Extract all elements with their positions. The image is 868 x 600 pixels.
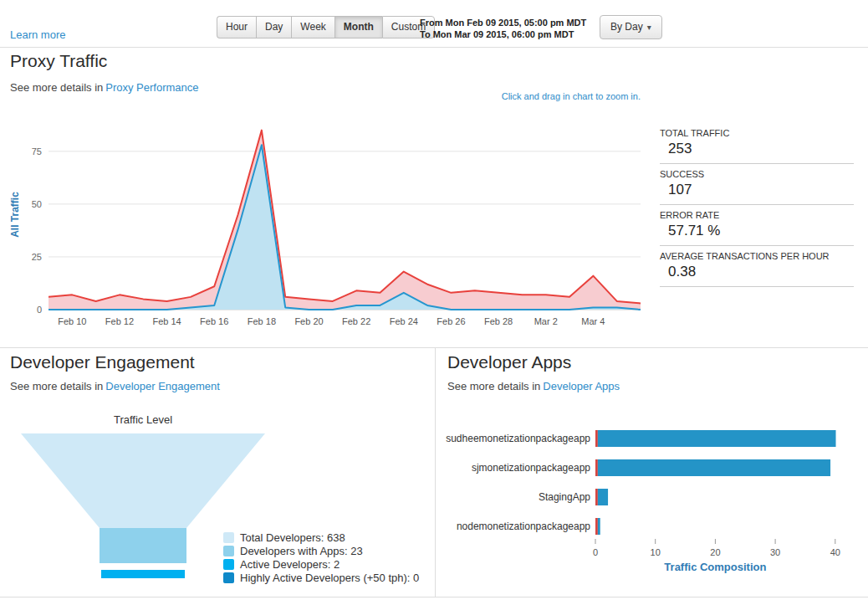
developer-apps-title: Developer Apps <box>447 352 571 372</box>
proxy-traffic-subtitle: See more details inProxy Performance <box>10 81 199 94</box>
caret-down-icon: ▾ <box>647 23 651 32</box>
stat-value: 57.71 % <box>660 223 854 239</box>
stat-total-traffic: TOTAL TRAFFIC 253 <box>660 128 854 164</box>
svg-text:50: 50 <box>32 199 42 209</box>
svg-text:Feb 16: Feb 16 <box>200 316 228 326</box>
developer-engagement-title: Developer Engagement <box>10 352 195 372</box>
funnel-segment-active-developers <box>101 570 185 578</box>
subtitle-prefix: See more details in <box>10 380 103 392</box>
svg-text:sudheemonetizationpackageapp: sudheemonetizationpackageapp <box>446 433 590 444</box>
developer-apps-chart: sudheemonetizationpackageappsjmonetizati… <box>445 413 863 581</box>
svg-text:40: 40 <box>830 547 840 557</box>
stat-label: ERROR RATE <box>660 210 854 220</box>
stat-success: SUCCESS 107 <box>660 169 854 205</box>
stat-value: 0.38 <box>660 264 854 280</box>
range-button-day[interactable]: Day <box>256 16 291 38</box>
engagement-legend: Total Developers: 638 Developers with Ap… <box>223 531 419 584</box>
legend-item-developers-with-apps: Developers with Apps: 23 <box>223 544 419 557</box>
svg-text:0: 0 <box>593 547 598 557</box>
developer-engagement-panel: Developer Engagement See more details in… <box>0 348 436 597</box>
date-range: From Mon Feb 09 2015, 05:00 pm MDT To Mo… <box>420 17 586 40</box>
svg-text:Feb 20: Feb 20 <box>294 316 323 326</box>
date-range-to: To Mon Mar 09 2015, 06:00 pm MDT <box>420 28 586 40</box>
stat-value: 107 <box>660 182 854 198</box>
proxy-traffic-section: Proxy Traffic See more details inProxy P… <box>0 48 868 348</box>
developer-engagement-subtitle: See more details inDeveloper Engagement <box>10 380 220 392</box>
svg-text:Feb 26: Feb 26 <box>437 316 465 326</box>
developer-apps-subtitle: See more details inDeveloper Apps <box>447 380 620 392</box>
proxy-performance-link[interactable]: Proxy Performance <box>105 81 198 94</box>
legend-text: Active Developers: 2 <box>240 558 340 571</box>
legend-swatch-icon <box>223 572 234 583</box>
proxy-traffic-title: Proxy Traffic <box>10 51 107 71</box>
svg-text:20: 20 <box>710 547 720 557</box>
legend-swatch-icon <box>223 559 234 570</box>
stat-value: 253 <box>660 141 854 157</box>
legend-text: Developers with Apps: 23 <box>240 545 363 557</box>
svg-text:StagingApp: StagingApp <box>539 491 590 503</box>
learn-more-link[interactable]: Learn more <box>10 28 65 41</box>
svg-text:Feb 18: Feb 18 <box>248 316 276 326</box>
legend-text: Highly Active Developers (+50 tph): 0 <box>240 572 419 584</box>
legend-item-active-developers: Active Developers: 2 <box>223 557 419 571</box>
svg-text:Feb 12: Feb 12 <box>105 316 134 326</box>
legend-item-highly-active-developers: Highly Active Developers (+50 tph): 0 <box>223 571 419 584</box>
range-button-month[interactable]: Month <box>334 16 382 38</box>
svg-text:30: 30 <box>770 547 780 557</box>
range-button-hour[interactable]: Hour <box>217 16 256 38</box>
svg-text:All Traffic: All Traffic <box>9 192 21 238</box>
svg-text:sjmonetizationpackageapp: sjmonetizationpackageapp <box>472 462 590 474</box>
stat-avg-tph: AVERAGE TRANSACTIONS PER HOUR 0.38 <box>660 251 854 287</box>
bottom-divider <box>0 597 868 597</box>
funnel-title: Traffic Level <box>80 413 206 426</box>
stat-label: AVERAGE TRANSACTIONS PER HOUR <box>660 251 854 261</box>
range-button-week[interactable]: Week <box>291 16 334 38</box>
zoom-hint-label: Click and drag in chart to zoom in. <box>502 91 641 101</box>
time-range-button-group: Hour Day Week Month Custom <box>217 16 435 38</box>
svg-text:Feb 10: Feb 10 <box>58 316 86 326</box>
proxy-traffic-chart[interactable]: 0255075Feb 10Feb 12Feb 14Feb 16Feb 18Feb… <box>5 113 657 337</box>
developer-apps-panel: Developer Apps See more details inDevelo… <box>436 348 868 597</box>
legend-swatch-icon <box>223 546 234 556</box>
subtitle-prefix: See more details in <box>447 380 540 392</box>
stat-label: SUCCESS <box>660 169 854 179</box>
developer-apps-link[interactable]: Developer Apps <box>543 380 620 392</box>
svg-text:Feb 14: Feb 14 <box>152 316 181 326</box>
svg-text:25: 25 <box>32 252 42 262</box>
svg-text:Mar 2: Mar 2 <box>534 316 558 326</box>
stat-label: TOTAL TRAFFIC <box>660 128 854 138</box>
legend-item-total-developers: Total Developers: 638 <box>223 531 419 544</box>
svg-text:75: 75 <box>32 146 42 156</box>
subtitle-prefix: See more details in <box>10 81 103 94</box>
developer-engagement-link[interactable]: Developer Engagement <box>105 380 220 392</box>
svg-text:Mar 4: Mar 4 <box>581 316 605 326</box>
traffic-stats-panel: TOTAL TRAFFIC 253 SUCCESS 107 ERROR RATE… <box>660 128 854 292</box>
legend-swatch-icon <box>223 532 234 543</box>
stat-error-rate: ERROR RATE 57.71 % <box>660 210 854 246</box>
svg-text:Feb 28: Feb 28 <box>484 316 513 326</box>
svg-text:Traffic Composition: Traffic Composition <box>664 561 766 573</box>
svg-text:0: 0 <box>37 305 42 315</box>
date-range-from: From Mon Feb 09 2015, 05:00 pm MDT <box>420 17 586 28</box>
svg-text:10: 10 <box>651 547 661 557</box>
analytics-dashboard: Learn more Hour Day Week Month Custom Fr… <box>0 0 868 600</box>
svg-text:nodemonetizationpackageapp: nodemonetizationpackageapp <box>457 521 590 532</box>
topbar: Learn more Hour Day Week Month Custom Fr… <box>0 0 868 48</box>
svg-text:Feb 22: Feb 22 <box>342 316 370 326</box>
group-by-label: By Day <box>610 21 643 33</box>
funnel-segment-total-developers <box>21 433 265 528</box>
group-by-dropdown-button[interactable]: By Day▾ <box>600 15 662 39</box>
svg-text:Feb 24: Feb 24 <box>390 316 418 326</box>
legend-text: Total Developers: 638 <box>240 531 345 544</box>
funnel-segment-developers-with-apps <box>100 528 186 563</box>
